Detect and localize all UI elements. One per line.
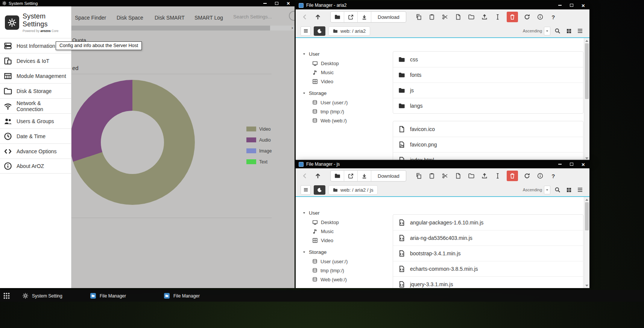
dark-mode-toggle[interactable] (314, 185, 325, 195)
upload-button[interactable] (480, 171, 489, 181)
chevron-down-icon[interactable] (544, 27, 550, 35)
download-icon-button[interactable] (358, 12, 371, 22)
close-button[interactable]: × (286, 1, 291, 6)
grid-view-button[interactable] (565, 26, 573, 36)
file-row-langs[interactable]: langs (393, 98, 583, 113)
sidebar-item-devices-iot[interactable]: Devices & IoT (0, 53, 71, 68)
tree-node-user[interactable]: User (302, 208, 390, 218)
scrollbar-thumb[interactable] (585, 43, 589, 99)
file-row-js[interactable]: js (393, 82, 583, 98)
close-button[interactable]: × (580, 3, 586, 8)
system-settings-titlebar[interactable]: System Setting × (0, 0, 295, 6)
properties-button[interactable] (536, 171, 544, 181)
maximize-button[interactable] (569, 162, 574, 167)
tab-disk-smart[interactable]: Disk SMART (155, 15, 185, 21)
file-row-favicon-ico[interactable]: favicon.ico (393, 121, 583, 137)
taskbar-item-file-manager-1[interactable]: File Manager (90, 290, 126, 302)
open-new-window-button[interactable] (344, 171, 358, 181)
tree-node-storage-tmp[interactable]: tmp (tmp:/) (302, 107, 390, 116)
tab-disk-space[interactable]: Disk Space (117, 15, 143, 21)
tree-node-storage[interactable]: Storage (302, 247, 390, 257)
file-row-index-html[interactable]: index.html (393, 152, 583, 161)
taskbar-item-system-setting[interactable]: System Setting (23, 290, 62, 302)
scroll-up-button[interactable] (584, 38, 589, 43)
tree-node-video[interactable]: Video (302, 77, 390, 86)
search-button[interactable] (553, 185, 562, 195)
file-row-angular[interactable]: angular-packages-1.6.10.min.js (393, 215, 583, 230)
new-folder-button[interactable] (467, 171, 475, 181)
scrollbar[interactable] (584, 38, 589, 161)
refresh-button[interactable] (523, 12, 531, 22)
taskbar-item-file-manager-2[interactable]: File Manager (164, 290, 200, 302)
minimize-button[interactable] (557, 3, 563, 8)
scroll-up-button[interactable] (584, 197, 589, 202)
tab-smart-log[interactable]: SMART Log (194, 15, 223, 21)
download-icon-button[interactable] (358, 171, 371, 181)
back-button[interactable] (301, 12, 309, 22)
cut-button[interactable] (441, 171, 449, 181)
tree-node-desktop[interactable]: Desktop (302, 59, 390, 68)
sidebar-item-advance-options[interactable]: Advance Options (0, 143, 71, 159)
sidebar-item-disk-storage[interactable]: Disk & Storage (0, 83, 71, 98)
file-row-bootstrap[interactable]: bootstrap-3.4.1.min.js (393, 246, 583, 261)
tree-node-storage[interactable]: Storage (302, 88, 390, 98)
new-file-button[interactable] (454, 171, 462, 181)
download-button[interactable]: Download (371, 12, 406, 22)
list-view-button[interactable] (576, 26, 584, 36)
cut-button[interactable] (441, 12, 449, 22)
file-row-favicon-png[interactable]: favicon.png (393, 137, 583, 152)
sort-order-dropdown[interactable]: Ascending (523, 27, 550, 35)
rename-button[interactable] (494, 12, 502, 22)
delete-button[interactable] (507, 12, 518, 22)
breadcrumb[interactable]: web: / aria2 / js (328, 185, 378, 195)
back-button[interactable] (301, 171, 309, 181)
search-button[interactable] (553, 26, 562, 36)
minimize-button[interactable] (557, 162, 563, 167)
file-row-aria-ng[interactable]: aria-ng-da5356c403.min.js (393, 230, 583, 246)
new-folder-button[interactable] (467, 12, 475, 22)
scrollbar-thumb[interactable] (585, 202, 589, 230)
menu-button[interactable] (301, 26, 311, 36)
avatar-circle[interactable] (289, 11, 295, 21)
breadcrumb[interactable]: web: / aria2 (328, 26, 370, 36)
settings-search-input[interactable] (233, 14, 286, 20)
maximize-button[interactable] (274, 1, 279, 6)
close-button[interactable]: × (580, 162, 586, 167)
tree-node-video[interactable]: Video (302, 236, 390, 245)
file-row-fonts[interactable]: fonts (393, 67, 583, 82)
tabs-scrollbar[interactable]: › (71, 26, 295, 31)
properties-button[interactable] (536, 12, 544, 22)
download-button[interactable]: Download (371, 171, 406, 181)
maximize-button[interactable] (569, 3, 574, 8)
up-button[interactable] (314, 171, 322, 181)
fm-titlebar[interactable]: File Manager - js × (296, 160, 589, 168)
scrollbar[interactable] (584, 197, 589, 288)
chevron-down-icon[interactable] (544, 186, 550, 194)
file-row-css[interactable]: css (393, 52, 583, 67)
paste-button[interactable] (428, 12, 436, 22)
sidebar-item-module-management[interactable]: Module Management (0, 68, 71, 83)
help-button[interactable]: ? (549, 12, 557, 22)
tree-node-storage-web[interactable]: Web (web:/) (302, 116, 390, 125)
tree-node-storage-tmp[interactable]: tmp (tmp:/) (302, 266, 390, 275)
tree-node-music[interactable]: Music (302, 227, 390, 236)
sidebar-item-users-groups[interactable]: Users & Groups (0, 113, 71, 128)
upload-button[interactable] (480, 12, 489, 22)
sidebar-item-network-connection[interactable]: Network & Connection (0, 98, 71, 113)
dark-mode-toggle[interactable] (314, 26, 325, 36)
file-row-echarts[interactable]: echarts-common-3.8.5.min.js (393, 261, 583, 276)
app-launcher-button[interactable] (3, 290, 10, 302)
sidebar-item-date-time[interactable]: Date & Time (0, 128, 71, 143)
copy-button[interactable] (415, 171, 423, 181)
scroll-down-button[interactable] (584, 283, 589, 288)
minimize-button[interactable] (262, 1, 268, 6)
tree-node-user[interactable]: User (302, 49, 390, 59)
tab-space-finder[interactable]: Space Finder (75, 15, 106, 21)
sidebar-item-about-aroz[interactable]: About ArOZ (0, 159, 71, 174)
open-folder-button[interactable] (331, 12, 344, 22)
menu-button[interactable] (301, 185, 311, 195)
open-new-window-button[interactable] (344, 12, 358, 22)
new-file-button[interactable] (454, 12, 462, 22)
tree-node-storage-user[interactable]: User (user:/) (302, 98, 390, 107)
tree-node-storage-web[interactable]: Web (web:/) (302, 275, 390, 284)
